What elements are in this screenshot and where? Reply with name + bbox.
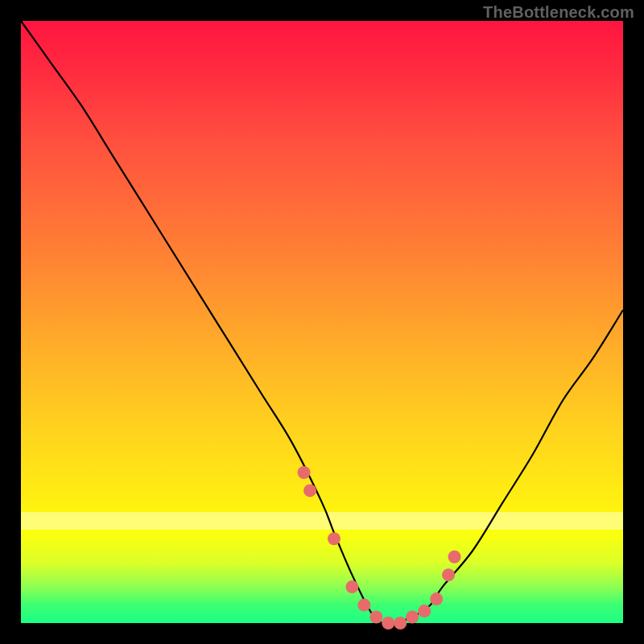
marker-dot [406, 611, 419, 624]
chart-svg [21, 21, 623, 623]
highlighted-markers [298, 466, 461, 630]
marker-dot [382, 617, 394, 630]
marker-dot [394, 617, 407, 630]
marker-dot [442, 568, 455, 581]
marker-dot [345, 580, 358, 593]
marker-dot [418, 605, 431, 617]
marker-dot [430, 592, 443, 605]
marker-dot [303, 484, 316, 497]
marker-dot [298, 466, 311, 479]
chart-frame: TheBottleneck.com [0, 0, 644, 644]
watermark-text: TheBottleneck.com [483, 3, 634, 22]
marker-dot [328, 532, 341, 545]
marker-dot [357, 599, 370, 612]
marker-dot [448, 551, 461, 564]
marker-dot [369, 611, 382, 624]
bottleneck-curve [21, 21, 623, 624]
